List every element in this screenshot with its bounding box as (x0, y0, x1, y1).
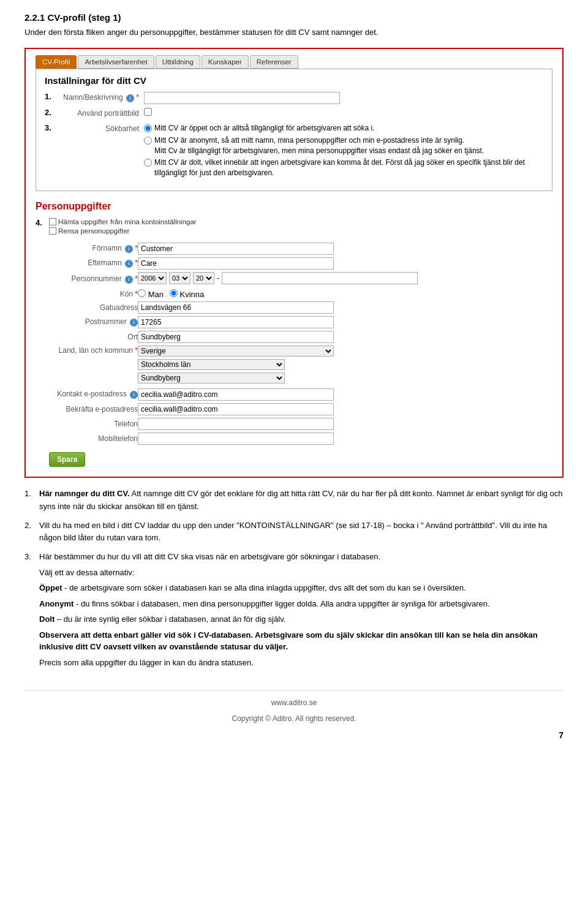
mobiltelefon-row: Mobiltelefon (49, 431, 552, 446)
gatuadress-input[interactable] (138, 301, 334, 314)
item3-dolt: Dolt – du är inte synlig eller sökbar i … (39, 613, 564, 625)
fornamn-value-cell (138, 241, 552, 256)
num-3: 3. (45, 123, 56, 132)
personnummer-dropdowns: 2006 03 20 - (138, 272, 552, 284)
clear-button[interactable]: Rensa personuppgifter (49, 227, 129, 235)
namn-row: 1. Namn/Beskrivning i * (45, 92, 543, 104)
body-num-1: 1. (24, 488, 36, 513)
namn-info-icon[interactable]: i (126, 94, 134, 102)
confirm-email-input[interactable] (138, 403, 334, 415)
item1-heading: Här namnger du ditt CV. (39, 489, 130, 498)
radio-dolt[interactable] (144, 159, 152, 167)
email-input[interactable] (138, 388, 334, 401)
personuppgifter-num4-row: 4. Hämta uppgifter från mina kontoinstäl… (36, 218, 552, 467)
clear-checkbox[interactable] (49, 227, 56, 235)
body-item-3-content: Här bestämmer du hur du vill att ditt CV… (39, 551, 564, 672)
mobiltelefon-input[interactable] (138, 433, 334, 445)
num-1: 1. (45, 92, 56, 101)
portrait-checkbox[interactable] (144, 108, 152, 116)
pnum-day-select[interactable]: 20 (193, 272, 214, 284)
settings-title: Inställningar för ditt CV (45, 75, 543, 86)
item3-oppet-label: Öppet (39, 583, 62, 592)
radio-anonymt[interactable] (144, 137, 152, 145)
page-intro: Under den första fliken anger du personu… (24, 26, 564, 39)
footer-url: www.aditro.se (24, 697, 564, 708)
email-row: Kontakt e-postadress i (49, 387, 552, 402)
tab-arbetslivserfarenhet[interactable]: Arbetslivserfarenhet (78, 55, 154, 69)
pnum-year-select[interactable]: 2006 (138, 272, 167, 284)
lan-select[interactable]: Stockholms län (138, 359, 285, 370)
spara-button[interactable]: Spara (49, 452, 85, 467)
personuppgifter-content: Hämta uppgifter från mina kontoinställni… (49, 218, 552, 467)
radio-oppet-label: Mitt CV är öppet och är alltså tillgängl… (154, 123, 375, 134)
portrait-label: Använd porträttbild (58, 108, 144, 119)
telefon-input[interactable] (138, 418, 334, 430)
email-label: Kontakt e-postadress (57, 390, 126, 398)
clear-label: Rensa personuppgifter (58, 227, 129, 235)
item3-oppet: Öppet - de arbetsgivare som söker i data… (39, 582, 564, 594)
postnummer-label: Postnummer (85, 317, 127, 326)
fornamn-label: Förnamn (92, 244, 122, 252)
ort-label: Ort (127, 333, 138, 341)
telefon-row: Telefon (49, 417, 552, 431)
kon-man-label: Man (138, 289, 164, 299)
pnum-rest-input[interactable] (222, 272, 418, 284)
item3-obs1: Observera att detta enbart gäller vid sö… (39, 629, 564, 653)
mobiltelefon-label: Mobiltelefon (98, 434, 138, 443)
efternamn-value-cell (138, 256, 552, 271)
radio-option-3: Mitt CV är dolt, vilket innebär att inge… (144, 157, 543, 178)
personnummer-row: Personnummer i * 2006 03 (49, 271, 552, 288)
tab-utbildning[interactable]: Utbildning (156, 55, 200, 69)
kommun-select[interactable]: Sundbyberg (138, 372, 285, 383)
personnummer-value-cell: 2006 03 20 - (138, 271, 552, 288)
footer: www.aditro.se Copyright © Aditro. All ri… (24, 690, 564, 724)
radio-oppet[interactable] (144, 124, 152, 132)
kon-man-radio[interactable] (138, 289, 146, 297)
namn-asterisk: * (136, 93, 139, 102)
tab-referenser[interactable]: Referenser (250, 55, 298, 69)
body-item-2-content: Vill du ha med en bild i ditt CV laddar … (39, 520, 564, 545)
kon-label: Kön (120, 290, 133, 298)
namn-input[interactable] (144, 92, 340, 104)
item3-sub: Välj ett av dessa alternativ: (39, 567, 564, 579)
kommun-dropdown-row: Sundbyberg (138, 372, 552, 383)
radio-anonymt-label: Mitt CV är anonymt, så att mitt namn, mi… (154, 135, 484, 156)
fornamn-input[interactable] (138, 243, 334, 255)
gatuadress-label: Gatuadress (100, 303, 138, 312)
telefon-value-cell (138, 417, 552, 431)
kon-kvinna-radio[interactable] (170, 289, 178, 297)
body-num-3: 3. (24, 551, 36, 672)
item3-dolt-label: Dolt (39, 614, 55, 624)
confirm-email-row: Bekräfta e-postadress (49, 402, 552, 417)
num-4: 4. (36, 218, 47, 227)
fornamn-info-icon[interactable]: i (125, 245, 133, 253)
item3-text: Här bestämmer du hur du vill att ditt CV… (39, 551, 564, 563)
efternamn-label: Efternamn (88, 259, 121, 267)
pnum-month-select[interactable]: 03 (169, 272, 190, 284)
personnummer-info-icon[interactable]: i (125, 276, 133, 284)
mobiltelefon-value-cell (138, 431, 552, 446)
kon-kvinna-label: Kvinna (170, 289, 204, 299)
item3-anonymt-label: Anonymt (39, 599, 74, 608)
tab-kunskaper[interactable]: Kunskaper (202, 55, 249, 69)
sokbarhet-row: 3. Sökbarhet Mitt CV är öppet och är all… (45, 123, 543, 178)
cv-tabs: CV-Profil Arbetslivserfarenhet Utbildnin… (36, 55, 552, 69)
item3-dolt-text: – du är inte synlig eller sökbar i datab… (57, 614, 285, 624)
person-heading: Personuppgifter (36, 201, 552, 212)
radio-option-1: Mitt CV är öppet och är alltså tillgängl… (144, 123, 543, 134)
postnummer-info-icon[interactable]: i (130, 319, 138, 327)
body-item-1: 1. Här namnger du ditt CV. Att namnge di… (24, 488, 564, 513)
fetch-button[interactable]: Hämta uppgifter från mina kontoinställni… (49, 218, 197, 225)
cv-profile-section: CV-Profil Arbetslivserfarenhet Utbildnin… (24, 48, 564, 478)
efternamn-info-icon[interactable]: i (125, 260, 133, 268)
fetch-checkbox[interactable] (49, 218, 56, 225)
kon-value-cell: Man Kvinna (138, 288, 552, 300)
ort-input[interactable] (138, 331, 334, 343)
postnummer-input[interactable] (138, 316, 334, 328)
land-label: Land, län och kommun (59, 346, 133, 355)
tab-cv-profil[interactable]: CV-Profil (36, 55, 77, 69)
efternamn-input[interactable] (138, 257, 334, 270)
ort-row: Ort (49, 330, 552, 344)
land-select[interactable]: Sverige (138, 346, 334, 357)
email-info-icon[interactable]: i (130, 391, 138, 399)
